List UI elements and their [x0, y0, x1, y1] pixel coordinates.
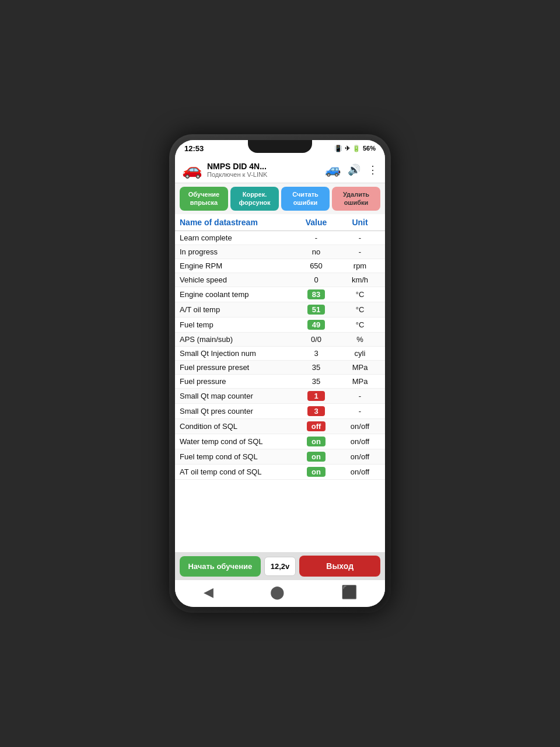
home-button[interactable]: ⬤ — [261, 582, 294, 602]
status-icons: 📳 ✈ 🔋 56% — [334, 145, 376, 152]
voltage-display: 12,2v — [264, 557, 296, 576]
value-badge: on — [307, 437, 326, 446]
row-name: Fuel temp cond of SQL — [180, 452, 293, 461]
row-value: - — [293, 233, 340, 242]
car-icon: 🚗 — [182, 160, 202, 179]
battery-percent: 56% — [363, 145, 376, 152]
table-rows-container: Learn complete--In progressno-Engine RPM… — [175, 231, 385, 480]
table-row: Learn complete-- — [175, 231, 385, 245]
table-row: AT oil temp cond of SQLonon/off — [175, 465, 385, 480]
action-buttons: Обучение впрыска Коррек. форсунок Считат… — [175, 183, 385, 214]
row-value: no — [293, 247, 340, 256]
nav-bar: ◀ ⬤ ⬛ — [175, 580, 385, 607]
th-unit: Unit — [340, 218, 380, 227]
row-name: Fuel pressure — [180, 377, 293, 386]
row-name: A/T oil temp — [180, 305, 293, 314]
back-button[interactable]: ◀ — [194, 582, 223, 602]
status-time: 12:53 — [184, 144, 204, 153]
row-value: on — [293, 437, 340, 446]
start-learning-button[interactable]: Начать обучение — [180, 556, 261, 577]
menu-dots-button[interactable]: ⋮ — [368, 163, 378, 176]
table-row: Fuel temp cond of SQLonon/off — [175, 449, 385, 465]
table-row: Vehicle speed0km/h — [175, 273, 385, 287]
header-title: NMPS DID 4N... — [207, 162, 267, 171]
row-unit: - — [340, 247, 380, 256]
row-name: AT oil temp cond of SQL — [180, 467, 293, 476]
row-value: 49 — [293, 320, 340, 330]
app-header: 🚗 NMPS DID 4N... Подключен к V-LINK 🚙 🔊 … — [175, 156, 385, 183]
row-name: Fuel temp — [180, 320, 293, 329]
value-badge: 51 — [307, 305, 325, 315]
table-row: Fuel pressure preset35MPa — [175, 361, 385, 375]
phone-screen: 12:53 ➤ 📳 ✈ 🔋 56% 🚗 NMPS DID 4N... Подкл… — [175, 140, 385, 607]
table-row: Condition of SQLoffon/off — [175, 419, 385, 434]
table-row: Small Qt Injection num3cyli — [175, 347, 385, 361]
table-row: Small Qt pres counter3- — [175, 404, 385, 419]
row-unit: cyli — [340, 349, 380, 358]
footer: Начать обучение 12,2v Выход — [175, 552, 385, 580]
table-row: Small Qt map counter1- — [175, 389, 385, 404]
row-value: 0 — [293, 275, 340, 284]
table-row: Water temp cond of SQLonon/off — [175, 434, 385, 449]
header-left: 🚗 NMPS DID 4N... Подключен к V-LINK — [182, 160, 267, 179]
battery-icon: 🔋 — [352, 145, 360, 152]
exit-button[interactable]: Выход — [299, 556, 380, 577]
row-unit: MPa — [340, 363, 380, 372]
car-blue-icon: 🚙 — [325, 162, 341, 177]
table-row: Engine RPM650rpm — [175, 259, 385, 273]
header-right: 🚙 🔊 ⋮ — [325, 162, 378, 177]
th-value: Value — [293, 218, 340, 227]
header-subtitle: Подключен к V-LINK — [207, 171, 267, 178]
row-unit: - — [340, 407, 380, 416]
table-row: Fuel pressure35MPa — [175, 375, 385, 389]
value-badge: 49 — [307, 320, 325, 330]
table-row: A/T oil temp51°C — [175, 302, 385, 317]
row-unit: rpm — [340, 261, 380, 270]
row-name: Condition of SQL — [180, 422, 293, 431]
learn-injection-button[interactable]: Обучение впрыска — [180, 187, 228, 211]
table-header: Name of datastream Value Unit — [175, 214, 385, 231]
row-value: 35 — [293, 363, 340, 372]
row-value: on — [293, 467, 340, 477]
th-name: Name of datastream — [180, 218, 293, 227]
row-value: 83 — [293, 289, 340, 299]
row-unit: °C — [340, 320, 380, 329]
row-unit: % — [340, 335, 380, 344]
row-unit: - — [340, 392, 380, 400]
vibrate-icon: 📳 — [334, 145, 342, 152]
value-badge: off — [307, 421, 326, 431]
row-unit: °C — [340, 290, 380, 299]
table-row: APS (main/sub)0/0% — [175, 333, 385, 347]
row-unit: MPa — [340, 377, 380, 386]
phone-frame: 12:53 ➤ 📳 ✈ 🔋 56% 🚗 NMPS DID 4N... Подкл… — [169, 134, 391, 613]
row-value: 0/0 — [293, 335, 340, 344]
value-badge: 83 — [307, 289, 325, 299]
row-unit: on/off — [340, 452, 380, 461]
correct-injector-button[interactable]: Коррек. форсунок — [230, 187, 279, 211]
row-value: 650 — [293, 261, 340, 270]
bluetooth-icon: 🔊 — [348, 163, 360, 176]
row-name: Small Qt map counter — [180, 392, 293, 400]
row-name: In progress — [180, 247, 293, 256]
row-unit: on/off — [340, 422, 380, 431]
row-value: 3 — [293, 406, 340, 416]
notch — [248, 140, 312, 153]
row-value: off — [293, 421, 340, 431]
recent-apps-button[interactable]: ⬛ — [332, 582, 366, 602]
table-row: Fuel temp49°C — [175, 317, 385, 333]
row-unit: on/off — [340, 467, 380, 476]
airplane-icon: ✈ — [345, 145, 350, 152]
row-name: APS (main/sub) — [180, 335, 293, 344]
row-unit: on/off — [340, 437, 380, 446]
row-unit: °C — [340, 305, 380, 314]
row-value: 3 — [293, 349, 340, 358]
row-name: Small Qt pres counter — [180, 407, 293, 416]
delete-errors-button[interactable]: Удалить ошибки — [332, 187, 380, 211]
row-name: Engine RPM — [180, 261, 293, 270]
row-name: Water temp cond of SQL — [180, 437, 293, 446]
row-value: 1 — [293, 391, 340, 401]
value-badge: 3 — [307, 406, 325, 416]
value-badge: on — [307, 452, 326, 462]
read-errors-button[interactable]: Считать ошибки — [281, 187, 330, 211]
table-row: Engine coolant temp83°C — [175, 287, 385, 302]
